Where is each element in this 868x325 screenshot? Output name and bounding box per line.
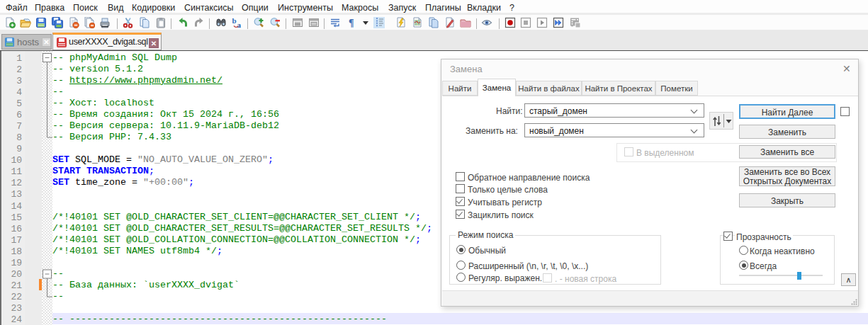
svg-text:¶: ¶ (349, 18, 354, 28)
svg-text:b: b (232, 17, 237, 25)
svg-text:a: a (237, 21, 242, 28)
